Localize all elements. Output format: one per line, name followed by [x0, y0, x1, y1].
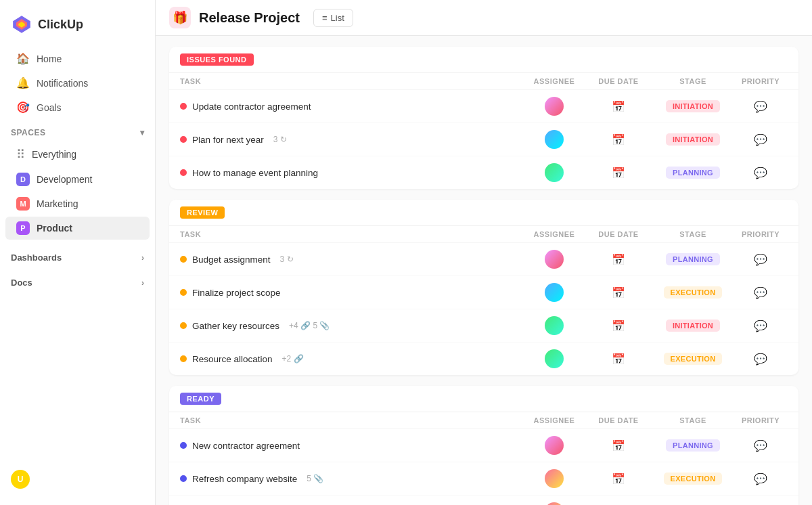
calendar-icon: 📅 — [612, 320, 625, 332]
col-due-date: DUE DATE — [585, 416, 652, 424]
avatar — [545, 502, 564, 505]
nav-goals[interactable]: 🎯 Goals — [5, 95, 150, 119]
task-name: New contractor agreement — [192, 441, 300, 451]
task-meta: 3 ↻ — [273, 135, 287, 144]
task-status-dot — [180, 136, 187, 143]
assignee-cell — [524, 436, 585, 455]
task-name-cell: Budget assignment 3 ↻ — [180, 255, 524, 265]
task-meta: 3 ↻ — [280, 255, 294, 264]
due-date-cell: 📅 — [585, 353, 652, 366]
task-meta: +4 🔗 5 📎 — [289, 321, 330, 330]
task-name-cell: Update contractor agreement — [180, 102, 524, 112]
sidebar-item-development-label: Development — [37, 174, 93, 185]
table-row[interactable]: Plan for next year 3 ↻ 📅 INITIATION 💬 — [169, 123, 798, 156]
col-headers-ready: TASK ASSIGNEE DUE DATE STAGE PRIORITY — [169, 412, 798, 429]
table-row[interactable]: How to manage event planning 📅 PLANNING … — [169, 156, 798, 189]
assignee-cell — [524, 316, 585, 335]
group-review-badge[interactable]: REVIEW — [180, 206, 225, 219]
table-row[interactable]: New contractor agreement 📅 PLANNING 💬 — [169, 429, 798, 462]
assignee-cell — [524, 250, 585, 269]
col-priority: PRIORITY — [734, 77, 788, 85]
due-date-cell: 📅 — [585, 320, 652, 332]
table-row[interactable]: Resource allocation +2 🔗 📅 EXECUTION 💬 — [169, 343, 798, 375]
avatar — [545, 349, 564, 368]
col-due-date: DUE DATE — [585, 230, 652, 238]
avatar — [545, 283, 564, 302]
nav-home-label: Home — [37, 53, 62, 64]
stage-cell: PLANNING — [652, 167, 734, 179]
priority-icon: 💬 — [754, 473, 767, 485]
nav-goals-label: Goals — [37, 102, 62, 113]
group-ready-badge[interactable]: READY — [180, 393, 221, 405]
sidebar-item-marketing[interactable]: M Marketing — [5, 192, 150, 215]
table-row[interactable]: Refresh company website 5 📎 📅 EXECUTION … — [169, 462, 798, 496]
dashboards-arrow-icon: › — [141, 253, 144, 263]
table-row[interactable]: Update contractor agreement 📅 INITIATION… — [169, 90, 798, 123]
goals-icon: 🎯 — [16, 101, 30, 114]
priority-cell: 💬 — [734, 320, 788, 332]
nav-home[interactable]: 🏠 Home — [5, 47, 150, 70]
priority-icon: 💬 — [754, 439, 767, 452]
col-priority: PRIORITY — [734, 230, 788, 238]
avatar — [545, 250, 564, 269]
priority-cell: 💬 — [734, 473, 788, 485]
assignee-cell — [524, 130, 585, 149]
sidebar-item-marketing-label: Marketing — [37, 198, 78, 209]
dashboards-section[interactable]: Dashboards › — [0, 246, 155, 265]
task-name-cell: How to manage event planning — [180, 168, 524, 178]
priority-icon: 💬 — [754, 100, 767, 113]
stage-cell: EXECUTION — [652, 353, 734, 365]
nav-notifications[interactable]: 🔔 Notifications — [5, 71, 150, 95]
task-name: Finalize project scope — [192, 288, 281, 298]
priority-cell: 💬 — [734, 167, 788, 179]
stage-cell: EXECUTION — [652, 473, 734, 485]
sidebar-user-area[interactable]: U — [0, 462, 155, 497]
priority-cell: 💬 — [734, 100, 788, 113]
stage-cell: PLANNING — [652, 253, 734, 265]
avatar — [545, 130, 564, 149]
stage-badge: INITIATION — [666, 100, 720, 112]
sidebar-item-product[interactable]: P Product — [5, 217, 150, 240]
table-row[interactable]: Budget assignment 3 ↻ 📅 PLANNING 💬 — [169, 243, 798, 276]
calendar-icon: 📅 — [612, 473, 625, 485]
top-bar: 🎁 Release Project ≡ List — [156, 0, 812, 36]
due-date-cell: 📅 — [585, 133, 652, 146]
task-name: How to manage event planning — [192, 168, 318, 178]
priority-icon: 💬 — [754, 320, 767, 332]
stage-badge: PLANNING — [666, 439, 720, 452]
priority-cell: 💬 — [734, 286, 788, 299]
task-meta: +2 🔗 — [282, 354, 304, 364]
avatar — [545, 163, 564, 182]
main-nav: 🏠 Home 🔔 Notifications 🎯 Goals — [0, 46, 155, 120]
logo-text: ClickUp — [38, 18, 83, 32]
project-icon: 🎁 — [169, 7, 191, 28]
due-date-cell: 📅 — [585, 286, 652, 299]
table-row[interactable]: Gather key resources +4 🔗 5 📎 📅 INITIATI… — [169, 309, 798, 343]
task-status-dot — [180, 475, 187, 482]
sidebar-item-product-label: Product — [37, 223, 72, 234]
nav-notifications-label: Notifications — [37, 78, 88, 89]
sidebar-item-development[interactable]: D Development — [5, 168, 150, 191]
group-ready-header: READY — [169, 386, 798, 412]
spaces-label: Spaces — [11, 128, 45, 137]
col-priority: PRIORITY — [734, 416, 788, 424]
col-assignee: ASSIGNEE — [524, 230, 585, 238]
docs-section[interactable]: Docs › — [0, 271, 155, 290]
task-status-dot — [180, 103, 187, 110]
sidebar-item-everything[interactable]: ⠿ Everything — [5, 142, 150, 167]
task-name: Gather key resources — [192, 321, 279, 331]
col-assignee: ASSIGNEE — [524, 416, 585, 424]
table-row[interactable]: Update key objectives 5 📎 📅 EXECUTION 💬 — [169, 496, 798, 505]
priority-icon: 💬 — [754, 353, 767, 366]
spaces-section-header[interactable]: Spaces ▾ — [0, 120, 155, 141]
group-issues-badge[interactable]: ISSUES FOUND — [180, 53, 254, 66]
everything-icon: ⠿ — [16, 147, 25, 162]
logo-area[interactable]: ClickUp — [0, 8, 155, 46]
task-name-cell: New contractor agreement — [180, 441, 524, 451]
list-view-tab[interactable]: ≡ List — [313, 9, 353, 27]
table-row[interactable]: Finalize project scope 📅 EXECUTION 💬 — [169, 276, 798, 309]
task-status-dot — [180, 442, 187, 449]
group-review: REVIEW TASK ASSIGNEE DUE DATE STAGE PRIO… — [169, 200, 798, 375]
col-assignee: ASSIGNEE — [524, 77, 585, 85]
stage-cell: INITIATION — [652, 320, 734, 332]
